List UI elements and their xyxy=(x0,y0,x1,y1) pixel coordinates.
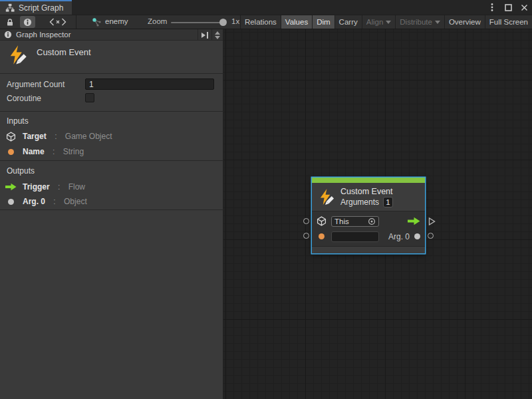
unity-script-graph-window: Script Graph xyxy=(0,0,532,399)
unit-title: Custom Event xyxy=(37,47,91,57)
align-button[interactable]: Align xyxy=(362,15,396,29)
string-port-icon xyxy=(5,149,17,155)
dim-button[interactable]: Dim xyxy=(312,15,334,29)
script-graph-icon xyxy=(5,3,15,13)
node-input-port-name[interactable] xyxy=(303,233,309,239)
code-view-icon[interactable] xyxy=(46,16,70,28)
arg0-port-dot-icon[interactable] xyxy=(414,233,420,239)
window-menu-icon[interactable] xyxy=(487,3,497,12)
toolbar-button-group: Relations Values Dim Carry Align Distrib… xyxy=(240,15,532,29)
event-name-input[interactable] xyxy=(331,231,379,242)
node-output-port-trigger[interactable] xyxy=(428,217,436,225)
object-port-icon xyxy=(5,199,17,205)
graph-inspector-title: Graph Inspector xyxy=(16,31,70,39)
zoom-slider-handle[interactable] xyxy=(219,19,227,26)
custom-event-icon xyxy=(7,45,28,66)
graph-toolbar: enemy Zoom 1x Relations Values Dim Carry… xyxy=(0,15,532,29)
distribute-button[interactable]: Distribute xyxy=(395,15,444,29)
output-row-arg0: Arg. 0 : Object xyxy=(5,196,87,207)
graph-inspector-header: Graph Inspector xyxy=(0,29,223,41)
trigger-flow-arrow-icon[interactable] xyxy=(408,217,420,225)
node-title: Custom Event xyxy=(340,187,393,196)
object-picker-icon[interactable] xyxy=(368,217,376,225)
info-icon xyxy=(4,31,12,39)
section-divider xyxy=(0,73,223,74)
toolbar-separator xyxy=(76,15,76,29)
graph-reference-icon xyxy=(92,17,102,27)
graph-canvas[interactable]: Custom Event Arguments 1 xyxy=(223,29,532,399)
flow-arrow-icon xyxy=(5,183,17,191)
custom-event-icon xyxy=(317,188,335,206)
input-row-target: Target : Game Object xyxy=(5,131,112,142)
section-divider xyxy=(0,209,223,210)
chevron-down-icon xyxy=(386,21,391,24)
argument-count-label: Argument Count xyxy=(7,80,65,89)
arg0-label: Arg. 0 xyxy=(388,232,410,241)
node-row-arg0: Arg. 0 xyxy=(317,231,420,243)
arrow-up-icon[interactable] xyxy=(215,31,220,35)
relations-button[interactable]: Relations xyxy=(240,15,281,29)
dock-panel-icon[interactable] xyxy=(198,29,212,41)
chevron-down-icon xyxy=(435,21,440,24)
inputs-header: Inputs xyxy=(7,116,29,126)
arrow-down-icon[interactable] xyxy=(215,36,220,39)
node-footer xyxy=(312,246,425,253)
window-controls xyxy=(487,0,529,15)
input-row-name: Name : String xyxy=(5,146,84,157)
tab-title: Script Graph xyxy=(19,3,63,13)
inspector-toggle-info-icon[interactable] xyxy=(20,16,35,28)
node-arguments-value[interactable]: 1 xyxy=(383,197,393,207)
graph-inspector-panel: Graph Inspector xyxy=(0,29,223,399)
coroutine-label: Coroutine xyxy=(7,94,41,103)
full-screen-button[interactable]: Full Screen xyxy=(485,15,532,29)
cube-icon xyxy=(317,216,327,226)
zoom-slider-track[interactable] xyxy=(171,22,224,23)
node-header[interactable]: Custom Event Arguments 1 xyxy=(312,183,425,211)
titlebar: Script Graph xyxy=(0,0,532,15)
cube-icon xyxy=(5,132,17,142)
node-input-port-target[interactable] xyxy=(303,218,309,224)
name-port-dot-icon[interactable] xyxy=(319,233,325,239)
outputs-header: Outputs xyxy=(7,166,35,176)
custom-event-node[interactable]: Custom Event Arguments 1 xyxy=(312,178,425,253)
section-divider xyxy=(0,160,223,161)
target-this-dropdown[interactable]: This xyxy=(331,216,379,227)
tab-script-graph[interactable]: Script Graph xyxy=(0,0,72,15)
overview-button[interactable]: Overview xyxy=(444,15,485,29)
node-body: This xyxy=(312,211,425,246)
maximize-icon[interactable] xyxy=(503,3,513,12)
node-arguments-label: Arguments xyxy=(340,198,379,207)
panel-scroll-spinner[interactable] xyxy=(212,29,223,41)
section-divider xyxy=(0,111,223,112)
zoom-label: Zoom xyxy=(148,17,167,25)
lock-icon[interactable] xyxy=(3,16,17,28)
close-icon[interactable] xyxy=(519,3,529,12)
output-row-trigger: Trigger : Flow xyxy=(5,182,85,192)
node-output-port-arg0[interactable] xyxy=(428,233,434,239)
node-row-target: This xyxy=(317,215,420,227)
argument-count-input[interactable] xyxy=(85,78,214,90)
node-accent-bar xyxy=(312,178,425,183)
carry-button[interactable]: Carry xyxy=(334,15,362,29)
zoom-level: 1x xyxy=(231,17,239,25)
coroutine-checkbox[interactable] xyxy=(85,93,94,102)
values-button[interactable]: Values xyxy=(281,15,312,29)
graph-name-breadcrumb[interactable]: enemy xyxy=(105,17,128,25)
